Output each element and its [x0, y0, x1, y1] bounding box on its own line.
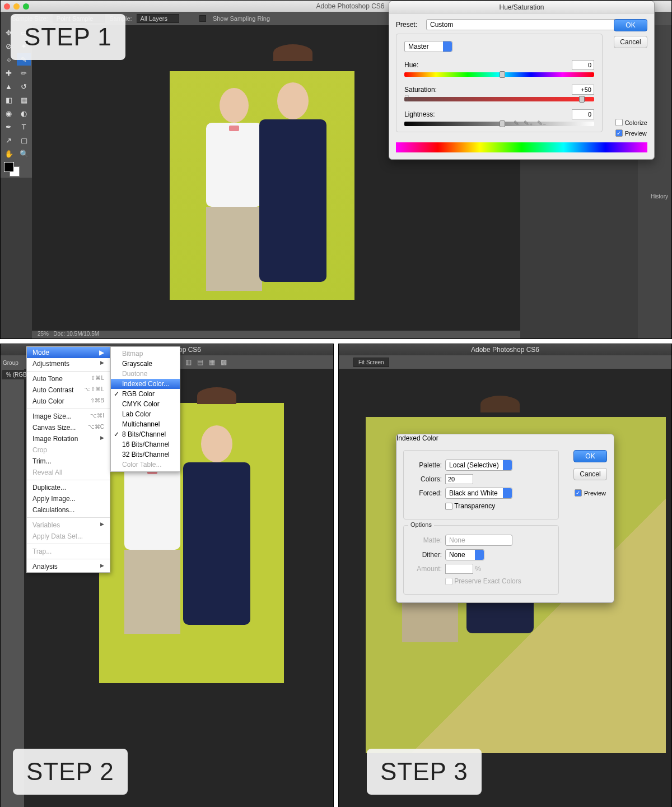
shape-tool[interactable]: ▢	[17, 134, 31, 146]
zoom-tool[interactable]: 🔍	[17, 147, 31, 160]
menu-item: Variables	[27, 520, 110, 531]
history-panel-label[interactable]: History	[651, 193, 668, 200]
step2-label: STEP 2	[13, 749, 128, 795]
window-titlebar: Adobe Photoshop CS6	[339, 344, 671, 355]
minimize-icon[interactable]	[13, 3, 20, 10]
align-icon[interactable]: ▥	[185, 358, 192, 366]
dialog-title: Indexed Color	[396, 434, 614, 442]
brush-tool[interactable]: ✏	[17, 67, 31, 79]
amount-input	[445, 564, 473, 574]
dialog-title: Hue/Saturation	[389, 1, 654, 13]
document-image	[170, 71, 354, 300]
preserve-checkbox	[445, 578, 452, 585]
align-icon[interactable]: ▩	[221, 358, 227, 366]
preview-label: Preview	[584, 490, 606, 497]
transparency-checkbox[interactable]	[445, 503, 452, 510]
mode-submenu-item[interactable]: CMYK Color	[111, 399, 180, 409]
menu-item[interactable]: Auto Color⇧⌘B	[27, 396, 110, 407]
mode-submenu-item[interactable]: 8 Bits/Channel	[111, 429, 180, 439]
hue-label: Hue:	[404, 61, 449, 69]
colorize-label: Colorize	[625, 119, 647, 126]
menu-item[interactable]: Canvas Size...⌥⌘C	[27, 422, 110, 433]
lightness-value[interactable]: 0	[572, 109, 594, 119]
mode-submenu-item[interactable]: RGB Color	[111, 389, 180, 399]
lightness-label: Lightness:	[404, 110, 449, 118]
menu-item: Reveal All	[27, 467, 110, 478]
eyedropper-group: ✎ ✎₊ ✎₋	[514, 119, 546, 127]
matte-select: None	[445, 535, 512, 546]
dither-select[interactable]: None	[445, 549, 484, 560]
eyedropper-add-icon[interactable]: ✎₊	[524, 119, 533, 127]
mode-submenu-item[interactable]: Multichannel	[111, 419, 180, 429]
mode-submenu-item: Bitmap	[111, 349, 180, 359]
gradient-tool[interactable]: ▦	[17, 94, 31, 106]
color-swatches[interactable]	[2, 161, 31, 177]
history-brush-tool[interactable]: ↺	[17, 80, 31, 92]
path-tool[interactable]: ↗	[2, 134, 16, 146]
pen-tool[interactable]: ✒	[2, 120, 16, 133]
ok-button[interactable]: OK	[614, 19, 647, 31]
saturation-value[interactable]: +50	[572, 85, 594, 95]
menu-item[interactable]: Analysis	[27, 561, 110, 572]
channel-select[interactable]: Master	[404, 41, 452, 52]
mode-submenu-item[interactable]: 32 Bits/Channel	[111, 449, 180, 460]
hue-slider[interactable]	[404, 72, 594, 77]
zoom-level[interactable]: 25%	[38, 331, 49, 337]
align-icon[interactable]: ▦	[209, 358, 215, 366]
sample-select[interactable]: All Layers	[137, 14, 179, 23]
colors-input[interactable]	[445, 474, 473, 484]
menu-item[interactable]: Image Size...⌥⌘I	[27, 411, 110, 422]
eyedropper-icon[interactable]: ✎	[514, 119, 519, 127]
colorize-checkbox[interactable]	[615, 119, 623, 126]
preview-label: Preview	[625, 130, 647, 137]
eyedropper-sub-icon[interactable]: ✎₋	[537, 119, 546, 127]
ok-button[interactable]: OK	[573, 450, 607, 462]
menu-mode-item[interactable]: Mode▶	[27, 347, 110, 358]
align-icon[interactable]: ▤	[197, 358, 203, 366]
preview-checkbox[interactable]: ✓	[575, 489, 582, 497]
close-icon[interactable]	[4, 3, 10, 10]
preview-checkbox[interactable]: ✓	[615, 129, 623, 137]
menu-item[interactable]: Adjustments	[27, 358, 110, 369]
zoom-icon[interactable]	[23, 3, 29, 10]
mode-submenu-item[interactable]: Grayscale	[111, 359, 180, 369]
forced-select[interactable]: Black and White	[445, 488, 512, 499]
menu-item[interactable]: Image Rotation	[27, 433, 110, 444]
eraser-tool[interactable]: ◧	[2, 94, 16, 106]
show-ring-checkbox[interactable]	[199, 15, 206, 22]
menu-item[interactable]: Apply Image...	[27, 493, 110, 504]
menu-item: Apply Data Set...	[27, 531, 110, 542]
saturation-label: Saturation:	[404, 86, 449, 94]
doc-size: Doc: 10.5M/10.5M	[53, 331, 99, 337]
step2-panel: Adobe Photoshop CS6 ▥ ▤ ▦ ▩ Group % (RGB…	[0, 344, 334, 807]
saturation-slider[interactable]	[404, 97, 594, 101]
left-col-label: Group	[1, 358, 24, 368]
menu-item[interactable]: Duplicate...	[27, 482, 110, 493]
menu-item[interactable]: Trim...	[27, 456, 110, 467]
hand-tool[interactable]: ✋	[2, 147, 16, 160]
preset-select[interactable]: Custom	[426, 19, 631, 30]
mode-submenu-item: Duotone	[111, 369, 180, 379]
mode-submenu-item[interactable]: Indexed Color...	[111, 379, 180, 389]
menu-item[interactable]: Auto Tone⇧⌘L	[27, 373, 110, 384]
cancel-button[interactable]: Cancel	[614, 36, 647, 48]
lightness-slider[interactable]	[404, 122, 594, 126]
cancel-button[interactable]: Cancel	[573, 468, 607, 480]
blur-tool[interactable]: ◉	[2, 107, 16, 119]
menu-item[interactable]: Calculations...	[27, 504, 110, 516]
heal-tool[interactable]: ✚	[2, 67, 16, 79]
menu-item: Crop	[27, 444, 110, 456]
dodge-tool[interactable]: ◐	[17, 107, 31, 119]
palette-select[interactable]: Local (Selective)	[445, 460, 512, 471]
hue-value[interactable]: 0	[572, 60, 594, 70]
menu-item: Trap...	[27, 546, 110, 557]
stamp-tool[interactable]: ▲	[2, 80, 16, 92]
type-tool[interactable]: T	[17, 120, 31, 133]
mode-submenu-item: Color Table...	[111, 460, 180, 470]
targeted-adjust-icon[interactable]: ☟	[404, 94, 409, 103]
mode-submenu-item[interactable]: Lab Color	[111, 409, 180, 419]
mode-submenu-item[interactable]: 16 Bits/Channel	[111, 439, 180, 449]
fit-screen-button[interactable]: Fit Screen	[353, 358, 389, 367]
menu-item[interactable]: Auto Contrast⌥⇧⌘L	[27, 384, 110, 396]
dither-label: Dither:	[410, 551, 442, 559]
